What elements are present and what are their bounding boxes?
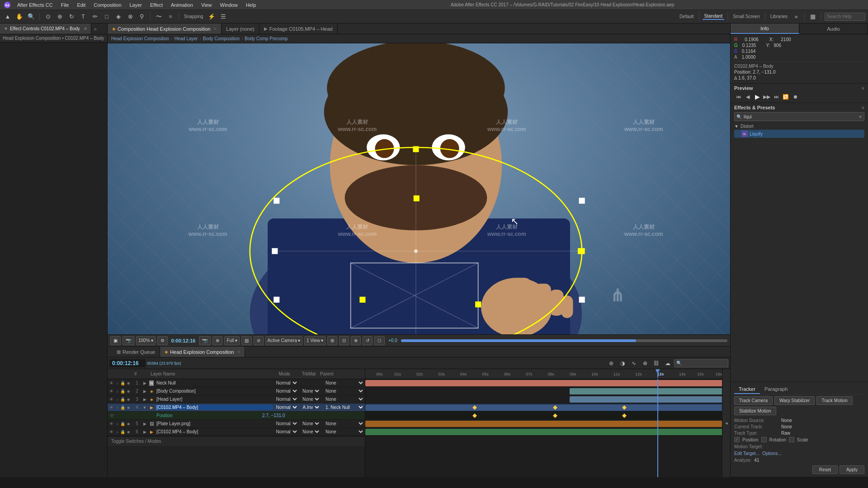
hand-tool-btn[interactable]: ✋ <box>14 12 24 22</box>
layer-6-expand[interactable]: ▶ <box>142 429 148 435</box>
layer-1-audio-btn[interactable]: ♪ <box>115 380 120 386</box>
rotation-checkbox[interactable] <box>761 437 767 442</box>
layer-5-eye-btn[interactable]: 👁 <box>109 421 114 427</box>
workspace-default[interactable]: Default <box>678 14 696 19</box>
tl-motion-blur-btn[interactable]: ◑ <box>618 359 627 368</box>
tl-comment-btn[interactable]: ☁ <box>663 359 673 368</box>
layer-5-audio-btn[interactable]: ♪ <box>115 421 120 427</box>
menu-composition[interactable]: Composition <box>90 1 125 9</box>
layer-6-trkmat[interactable]: None <box>299 429 322 435</box>
paragraph-tab[interactable]: Paragraph <box>760 385 792 394</box>
bc-item-1[interactable]: Head Layer <box>175 36 198 41</box>
layer-4-audio-btn[interactable]: ♪ <box>115 405 120 410</box>
apply-btn[interactable]: Apply <box>840 465 864 474</box>
layer-5-shy-btn[interactable]: ☻ <box>126 421 132 427</box>
effects-search-input[interactable] <box>734 112 864 121</box>
vc-display-options-btn[interactable]: ▨ <box>241 336 252 345</box>
vc-transparency-btn[interactable]: ⊘ <box>254 336 264 345</box>
layer-3-trkmat-select[interactable]: None <box>301 396 321 402</box>
snapping-btn[interactable]: ⚡ <box>207 12 217 22</box>
layer-6-parent[interactable]: None <box>322 429 365 435</box>
snap-options-btn[interactable]: ☰ <box>218 12 228 22</box>
tl-expand-btn[interactable]: ◂ <box>722 369 730 477</box>
timeline-comp-tab[interactable]: ◈ Head Explosion Composition ≡ <box>160 347 245 357</box>
position-value[interactable]: 2.7, −131.0 <box>260 413 365 418</box>
motion-sketch-btn[interactable]: 〜 <box>154 12 164 22</box>
layer-6-mode[interactable]: Normal <box>273 429 299 435</box>
effects-clear-btn[interactable]: ✕ <box>859 114 862 119</box>
workspace-libraries[interactable]: Libraries <box>769 14 789 19</box>
render-queue-tab[interactable]: ▦ Render Queue <box>112 347 160 357</box>
layer-row-4[interactable]: 👁 ♪ 🔒 ☻ 4 ▼ ▶ [C0102.MP4 – Body] Normal … <box>108 404 365 412</box>
preview-options-icon[interactable]: ≡ <box>862 86 864 91</box>
tl-invert-btn[interactable]: ⊕ <box>640 359 650 368</box>
tl-search-input[interactable] <box>674 359 728 367</box>
layer-3-mode-select[interactable]: Normal <box>274 396 298 402</box>
options-btn[interactable]: Options... <box>762 451 782 456</box>
menu-view[interactable]: View <box>198 1 216 9</box>
bc-item-0[interactable]: Head Explosion Composition <box>111 36 169 41</box>
layer-6-mode-select[interactable]: Normal <box>274 429 298 435</box>
layer-2-lock-btn[interactable]: 🔒 <box>120 389 126 394</box>
tracker-tab[interactable]: Tracker <box>734 385 760 394</box>
layer-5-parent[interactable]: None <box>322 421 365 427</box>
layer-3-trkmat[interactable]: None <box>299 396 322 402</box>
menu-effect[interactable]: Effect <box>146 1 166 9</box>
layer-2-parent[interactable]: None <box>322 388 365 394</box>
layer-1-expand[interactable]: ▶ <box>142 380 148 386</box>
vc-camera-btn[interactable]: 📷 <box>123 336 134 345</box>
preview-loop-btn[interactable]: 🔁 <box>782 93 790 101</box>
vc-safe-zones-btn[interactable]: ⊡ <box>339 336 349 345</box>
layer-4-shy-btn[interactable]: ☻ <box>126 405 132 410</box>
comp-tab-main-close[interactable]: ≡ <box>214 26 217 31</box>
layer-row-6[interactable]: 👁 ♪ 🔒 ☻ 6 ▶ ▶ [C0102.MP4 – Body] Normal … <box>108 428 365 436</box>
layer-5-mode[interactable]: Normal <box>273 421 299 427</box>
rotate-tool-btn[interactable]: ↻ <box>66 12 76 22</box>
zoom-tool-btn[interactable]: 🔍 <box>26 12 36 22</box>
camera-track-btn[interactable]: ⊕ <box>55 12 65 22</box>
selection-tool-btn[interactable]: ▲ <box>3 12 13 22</box>
vc-camera-dropdown[interactable]: Active Camera ▾ <box>265 336 303 345</box>
keyframe-pos-1[interactable] <box>472 413 477 418</box>
pen-tool-btn[interactable]: ✏ <box>90 12 100 22</box>
layer-row-1[interactable]: 👁 ♪ 🔒 ☻ 1 ▶ N Neck Null Normal None <box>108 379 365 387</box>
layer-3-lock-btn[interactable]: 🔒 <box>120 397 126 402</box>
menu-animation[interactable]: Animation <box>167 1 197 9</box>
layer-6-parent-select[interactable]: None <box>324 429 364 435</box>
layer-5-mode-select[interactable]: Normal <box>274 421 298 427</box>
layer-1-mode-select[interactable]: Normal <box>274 380 298 386</box>
position-stopwatch-btn[interactable]: ⏱ <box>109 413 114 418</box>
vc-view-dropdown[interactable]: 1 View ▾ <box>304 336 326 345</box>
layer-4-mode[interactable]: Normal <box>273 404 299 410</box>
vc-progress-bar[interactable] <box>401 339 727 342</box>
bc-item-2[interactable]: Body Composition <box>203 36 240 41</box>
clone-stamp-btn[interactable]: ⊗ <box>125 12 135 22</box>
effect-controls-tab[interactable]: ▼ Effect Controls C0102.MP4 – Body ✕ <box>0 23 91 34</box>
layer-2-expand[interactable]: ▶ <box>142 388 148 394</box>
stabilize-motion-btn[interactable]: Stabilize Motion <box>734 407 776 415</box>
vc-quality-dropdown[interactable]: Full ▾ <box>224 336 239 345</box>
layer-2-eye-btn[interactable]: 👁 <box>109 389 114 394</box>
menu-file[interactable]: File <box>57 1 73 9</box>
camera-orbit-btn[interactable]: ⊙ <box>43 12 53 22</box>
layer-5-parent-select[interactable]: None <box>324 421 364 427</box>
layer-row-5[interactable]: 👁 ♪ 🔒 ☻ 5 ▶ 🖼 [Plate Layer.png] Normal N… <box>108 420 365 428</box>
menu-window[interactable]: Window <box>217 1 241 9</box>
layer-2-mode[interactable]: Normal <box>273 388 299 394</box>
layer-2-parent-select[interactable]: None <box>324 388 364 394</box>
layer-6-eye-btn[interactable]: 👁 <box>109 429 114 435</box>
menu-layer[interactable]: Layer <box>126 1 146 9</box>
preview-play-btn[interactable]: ▶ <box>753 93 761 101</box>
layer-4-eye-btn[interactable]: 👁 <box>109 405 114 410</box>
layer-4-parent-select[interactable]: 1. Neck Null <box>324 404 364 410</box>
keyframe-pos-2[interactable] <box>553 413 557 418</box>
workspace-standard[interactable]: Standard <box>703 14 725 20</box>
preview-prev-btn[interactable]: ◀ <box>744 93 752 101</box>
menu-edit[interactable]: Edit <box>73 1 89 9</box>
layer-5-trkmat[interactable]: None <box>299 421 322 427</box>
reset-btn[interactable]: Reset <box>812 465 838 474</box>
bc-item-3[interactable]: Body Comp Precomp <box>245 36 288 41</box>
layer-row-3[interactable]: 👁 ♪ 🔒 ☻ 3 ▶ ◈ [Head Layer] Normal None N… <box>108 395 365 404</box>
preview-first-btn[interactable]: ⏮ <box>734 93 742 101</box>
effect-controls-close[interactable]: ✕ <box>84 26 87 31</box>
